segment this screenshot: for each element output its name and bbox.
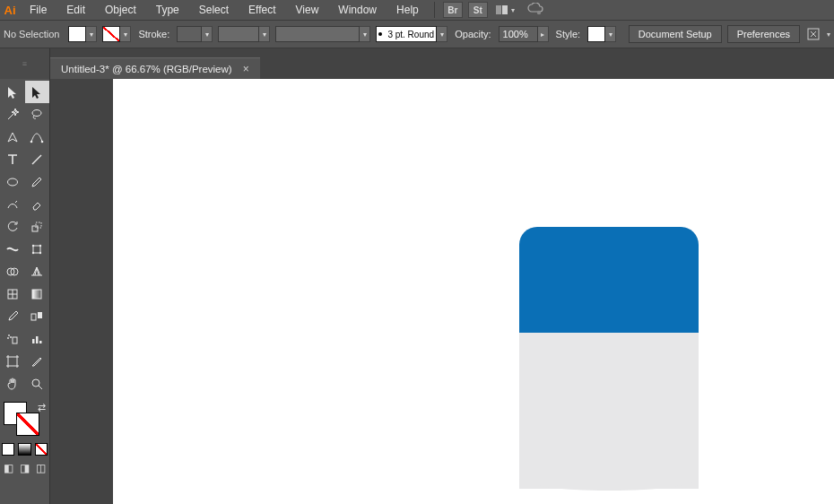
menu-view[interactable]: View bbox=[286, 0, 329, 20]
artboard-tool[interactable] bbox=[0, 350, 25, 372]
selection-tool[interactable] bbox=[0, 81, 25, 103]
magic-wand-tool[interactable] bbox=[0, 103, 25, 126]
svg-point-11 bbox=[32, 251, 34, 253]
style-label[interactable]: Style: bbox=[556, 29, 581, 39]
width-tool[interactable] bbox=[0, 238, 25, 260]
screen-mode-row: ◧ ◨ ◫ bbox=[0, 459, 49, 477]
draw-inside-icon[interactable]: ◫ bbox=[33, 459, 49, 477]
menu-window[interactable]: Window bbox=[328, 0, 387, 20]
svg-rect-6 bbox=[32, 226, 38, 231]
menu-edit[interactable]: Edit bbox=[56, 0, 95, 20]
artwork-cap-shape[interactable] bbox=[519, 227, 699, 333]
menu-bar: Ai File Edit Object Type Select Effect V… bbox=[0, 0, 834, 20]
bridge-button[interactable]: Br bbox=[443, 2, 463, 18]
svg-point-10 bbox=[39, 244, 41, 246]
svg-rect-26 bbox=[8, 357, 17, 366]
stroke-box-icon[interactable] bbox=[16, 413, 39, 436]
draw-normal-icon[interactable]: ◧ bbox=[0, 459, 16, 477]
stock-button[interactable]: St bbox=[468, 2, 488, 18]
close-tab-button[interactable]: × bbox=[243, 63, 249, 75]
blend-tool[interactable] bbox=[25, 305, 50, 327]
zoom-tool[interactable] bbox=[25, 372, 50, 395]
stroke-label[interactable]: Stroke: bbox=[138, 29, 169, 39]
eraser-tool[interactable] bbox=[25, 193, 50, 215]
svg-point-27 bbox=[32, 379, 39, 387]
gradient-tool[interactable] bbox=[25, 282, 50, 305]
menu-select[interactable]: Select bbox=[189, 0, 239, 20]
slice-tool[interactable] bbox=[25, 350, 50, 372]
preferences-button[interactable]: Preferences bbox=[727, 25, 800, 43]
svg-point-21 bbox=[10, 336, 12, 338]
menu-type[interactable]: Type bbox=[146, 0, 189, 20]
tab-well-handle[interactable]: ≡ bbox=[0, 48, 50, 79]
stroke-weight-value[interactable] bbox=[177, 26, 202, 42]
svg-point-0 bbox=[537, 10, 541, 13]
tools-panel: ⇄ ◧ ◨ ◫ bbox=[0, 79, 50, 504]
document-tab[interactable]: Untitled-3* @ 66.67% (RGB/Preview) × bbox=[50, 57, 260, 79]
variable-width-profile[interactable]: ▾ bbox=[218, 26, 270, 42]
mesh-tool[interactable] bbox=[0, 282, 25, 305]
brush-definition[interactable]: ▾ bbox=[275, 26, 370, 42]
graphic-style-swatch[interactable]: ▾ bbox=[587, 26, 616, 42]
chevron-down-icon: ▾ bbox=[202, 26, 213, 42]
curvature-tool[interactable] bbox=[25, 126, 50, 148]
menu-file[interactable]: File bbox=[20, 0, 56, 20]
document-setup-button[interactable]: Document Setup bbox=[629, 25, 722, 43]
brush-profile-select[interactable]: 3 pt. Round ▾ bbox=[376, 26, 447, 42]
canvas-area[interactable] bbox=[113, 79, 834, 504]
stroke-weight-field[interactable]: ▾ bbox=[177, 26, 213, 42]
perspective-grid-tool[interactable] bbox=[25, 260, 50, 282]
fill-swatch-control[interactable]: ▾ bbox=[68, 26, 97, 42]
opacity-value[interactable]: 100% bbox=[499, 26, 538, 42]
chevron-down-icon: ▾ bbox=[511, 6, 515, 14]
shaper-tool[interactable] bbox=[0, 193, 25, 215]
svg-rect-24 bbox=[36, 336, 39, 343]
type-tool[interactable] bbox=[0, 148, 25, 170]
line-segment-tool[interactable] bbox=[25, 148, 50, 170]
swap-fill-stroke-icon[interactable]: ⇄ bbox=[38, 402, 46, 413]
pen-tool[interactable] bbox=[0, 126, 25, 148]
gradient-mode-button[interactable] bbox=[18, 443, 30, 456]
stroke-swatch-icon bbox=[102, 26, 120, 42]
artboard bbox=[113, 79, 834, 504]
style-swatch-icon bbox=[587, 26, 605, 42]
ellipse-tool[interactable] bbox=[0, 170, 25, 193]
symbol-sprayer-tool[interactable] bbox=[0, 327, 25, 350]
stroke-swatch-control[interactable]: ▾ bbox=[102, 26, 131, 42]
hand-tool[interactable] bbox=[0, 372, 25, 395]
shape-builder-tool[interactable] bbox=[0, 260, 25, 282]
lasso-tool[interactable] bbox=[25, 103, 50, 126]
menu-object[interactable]: Object bbox=[95, 0, 146, 20]
menu-effect[interactable]: Effect bbox=[239, 0, 285, 20]
chevron-down-icon: ▾ bbox=[120, 26, 131, 42]
svg-rect-8 bbox=[33, 246, 40, 253]
paintbrush-tool[interactable] bbox=[25, 170, 50, 193]
color-mode-button[interactable] bbox=[2, 443, 14, 456]
fill-stroke-control[interactable]: ⇄ bbox=[0, 400, 49, 441]
chevron-down-icon[interactable]: ▾ bbox=[827, 30, 830, 39]
rotate-tool[interactable] bbox=[0, 215, 25, 238]
fill-swatch-icon bbox=[68, 26, 86, 42]
menu-help[interactable]: Help bbox=[387, 0, 429, 20]
chevron-down-icon: ▾ bbox=[605, 26, 616, 42]
svg-rect-17 bbox=[31, 314, 36, 320]
column-graph-tool[interactable] bbox=[25, 327, 50, 350]
workspace-switcher[interactable]: ▾ bbox=[496, 5, 515, 14]
direct-selection-tool[interactable] bbox=[25, 81, 50, 103]
brush-profile-value: 3 pt. Round bbox=[376, 26, 437, 42]
chevron-down-icon: ▾ bbox=[86, 26, 97, 42]
scale-tool[interactable] bbox=[25, 215, 50, 238]
document-tab-title: Untitled-3* @ 66.67% (RGB/Preview) bbox=[61, 64, 232, 74]
gpu-performance-icon[interactable] bbox=[527, 3, 543, 18]
align-to-icon[interactable] bbox=[805, 26, 821, 42]
none-mode-button[interactable] bbox=[35, 443, 48, 456]
opacity-field[interactable]: 100% ▸ bbox=[499, 26, 549, 42]
draw-behind-icon[interactable]: ◨ bbox=[16, 459, 32, 477]
document-tab-strip: ≡ Untitled-3* @ 66.67% (RGB/Preview) × bbox=[0, 48, 834, 79]
chevron-down-icon: ▾ bbox=[437, 26, 447, 42]
opacity-label[interactable]: Opacity: bbox=[455, 29, 491, 39]
eyedropper-tool[interactable] bbox=[0, 305, 25, 327]
free-transform-tool[interactable] bbox=[25, 238, 50, 260]
menu-separator bbox=[434, 2, 435, 18]
color-mode-row bbox=[0, 441, 49, 457]
